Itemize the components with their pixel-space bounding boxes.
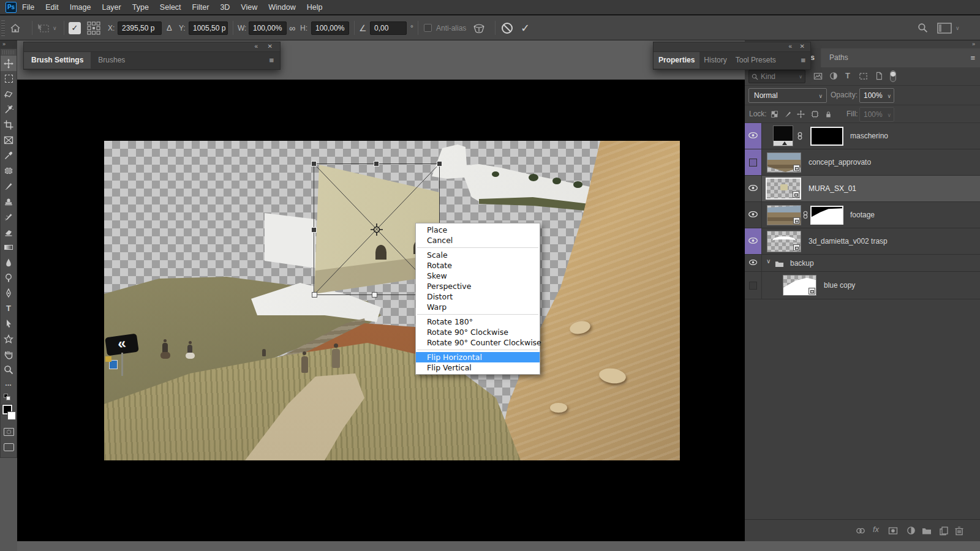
layer-row-mascherino[interactable]: mascherino xyxy=(745,123,980,149)
handle-bottom-left[interactable] xyxy=(312,293,317,298)
group-expand-chevron[interactable]: ∨ xyxy=(766,258,771,264)
menu-edit[interactable]: Edit xyxy=(40,0,64,15)
tool-pen[interactable] xyxy=(1,285,17,301)
photoshop-logo-icon[interactable]: Ps xyxy=(6,2,17,13)
layer-row-footage[interactable]: footage xyxy=(745,202,980,228)
menu-window[interactable]: Window xyxy=(263,0,301,15)
tool-quick-selection[interactable] xyxy=(1,102,17,117)
layers-panel-menu-icon[interactable]: ≡ xyxy=(970,53,975,62)
handle-top-right[interactable] xyxy=(437,162,442,167)
lock-transparency-icon[interactable] xyxy=(771,110,778,120)
commit-transform-button[interactable]: ✓ xyxy=(521,15,530,40)
y-input[interactable]: 1005,50 p xyxy=(189,21,228,35)
tab-brushes[interactable]: Brushes xyxy=(91,52,132,69)
visibility-toggle[interactable] xyxy=(745,202,762,228)
handle-top-mid[interactable] xyxy=(374,162,379,167)
tool-frame[interactable] xyxy=(1,132,17,148)
filter-smart-object-icon[interactable] xyxy=(875,72,883,82)
x-input[interactable]: 2395,50 p xyxy=(118,21,162,35)
tool-crop[interactable] xyxy=(1,117,17,132)
toolbar-grip[interactable] xyxy=(2,50,15,54)
brush-panel-header[interactable]: « ✕ xyxy=(24,42,280,52)
collapse-panel-icon[interactable]: « xyxy=(254,43,258,50)
visibility-toggle[interactable] xyxy=(745,176,762,201)
layer-row-blue-copy[interactable]: blue copy xyxy=(745,272,980,299)
menu-file[interactable]: File xyxy=(17,0,40,15)
close-panel-icon[interactable]: ✕ xyxy=(800,43,805,50)
visibility-toggle[interactable] xyxy=(745,149,762,175)
add-mask-icon[interactable] xyxy=(888,526,898,538)
layer-thumbnail[interactable] xyxy=(766,178,801,200)
menu-view[interactable]: View xyxy=(235,0,263,15)
tool-rectangular-marquee[interactable] xyxy=(1,71,17,86)
tool-custom-shape[interactable] xyxy=(1,331,17,347)
w-input[interactable]: 100,00% xyxy=(249,21,287,35)
filter-toggle-pill[interactable] xyxy=(890,70,896,82)
adjustment-thumbnail[interactable] xyxy=(773,126,793,146)
menu-item-rotate-90-ccw[interactable]: Rotate 90° Counter Clockwise xyxy=(416,337,540,348)
lock-all-icon[interactable] xyxy=(824,110,832,121)
search-button[interactable] xyxy=(918,15,928,40)
layer-mask-thumbnail[interactable] xyxy=(810,127,843,146)
lock-position-icon[interactable] xyxy=(797,110,805,120)
confirm-checkbox[interactable]: ✓ xyxy=(69,15,81,40)
menu-image[interactable]: Image xyxy=(64,0,97,15)
reference-point-grid[interactable] xyxy=(87,15,100,40)
options-grip[interactable] xyxy=(1,20,5,36)
layer-row-mura-sx-01[interactable]: MURA_SX_01 xyxy=(745,176,980,202)
tab-brush-settings[interactable]: Brush Settings xyxy=(24,52,91,69)
menu-select[interactable]: Select xyxy=(154,0,187,15)
handle-bottom-mid[interactable] xyxy=(372,293,377,298)
menu-layer[interactable]: Layer xyxy=(96,0,126,15)
mask-link-icon[interactable] xyxy=(802,211,809,221)
layer-thumbnail[interactable] xyxy=(783,275,816,296)
blend-mode-select[interactable]: Normal∨ xyxy=(748,88,827,103)
home-button[interactable] xyxy=(10,15,21,40)
workspace-switcher[interactable]: ∨ xyxy=(937,15,960,40)
h-input[interactable]: 100,00% xyxy=(311,21,349,35)
handle-left-mid[interactable] xyxy=(312,228,317,233)
tool-gradient[interactable] xyxy=(1,239,17,255)
tool-preset-picker[interactable]: ∨ xyxy=(37,15,57,40)
handle-top-left[interactable] xyxy=(312,162,317,167)
visibility-toggle[interactable] xyxy=(745,228,762,254)
menu-item-skew[interactable]: Skew xyxy=(416,271,540,281)
layer-mask-thumbnail[interactable] xyxy=(810,206,843,225)
tool-dodge[interactable] xyxy=(1,270,17,285)
layer-row-backup-group[interactable]: ∨ backup xyxy=(745,255,980,272)
menu-item-flip-horizontal[interactable]: Flip Horizontal xyxy=(416,352,540,362)
layer-thumbnail[interactable] xyxy=(767,152,801,173)
close-panel-icon[interactable]: ✕ xyxy=(268,43,273,50)
fill-value[interactable]: 100%∨ xyxy=(859,107,894,122)
lock-artboard-icon[interactable] xyxy=(811,110,819,120)
menu-item-warp[interactable]: Warp xyxy=(416,302,540,312)
swap-colors-mini[interactable] xyxy=(1,392,17,403)
properties-panel-header[interactable]: « ✕ xyxy=(654,42,810,52)
visibility-toggle[interactable] xyxy=(745,255,762,271)
warp-mode-toggle[interactable] xyxy=(472,15,486,40)
filter-image-icon[interactable] xyxy=(813,72,823,83)
tool-type[interactable]: T xyxy=(1,301,17,316)
new-layer-icon[interactable] xyxy=(939,526,949,538)
tool-eraser[interactable] xyxy=(1,224,17,239)
anti-alias-checkbox[interactable] xyxy=(424,15,432,40)
visibility-toggle[interactable] xyxy=(745,272,762,299)
menu-item-scale[interactable]: Scale xyxy=(416,250,540,260)
quick-mask-toggle[interactable] xyxy=(1,424,17,440)
tab-history[interactable]: History xyxy=(699,52,731,69)
menu-item-flip-vertical[interactable]: Flip Vertical xyxy=(416,362,540,373)
new-group-icon[interactable] xyxy=(922,526,932,536)
color-swatches[interactable] xyxy=(1,403,17,424)
tool-zoom[interactable] xyxy=(1,362,17,377)
document-canvas[interactable]: « xyxy=(104,141,680,460)
tool-blur[interactable] xyxy=(1,255,17,270)
layer-thumbnail[interactable] xyxy=(767,231,801,252)
angle-input[interactable]: 0,00 xyxy=(370,21,407,35)
filter-type-icon[interactable]: T xyxy=(845,71,850,80)
link-layers-icon[interactable] xyxy=(856,526,865,538)
tool-hand[interactable] xyxy=(1,347,17,362)
tab-paths[interactable]: Paths xyxy=(821,48,857,67)
menu-item-place[interactable]: Place xyxy=(416,225,540,235)
opacity-value[interactable]: 100%∨ xyxy=(859,88,894,103)
layer-row-concept-approvato[interactable]: concept_approvato xyxy=(745,149,980,176)
